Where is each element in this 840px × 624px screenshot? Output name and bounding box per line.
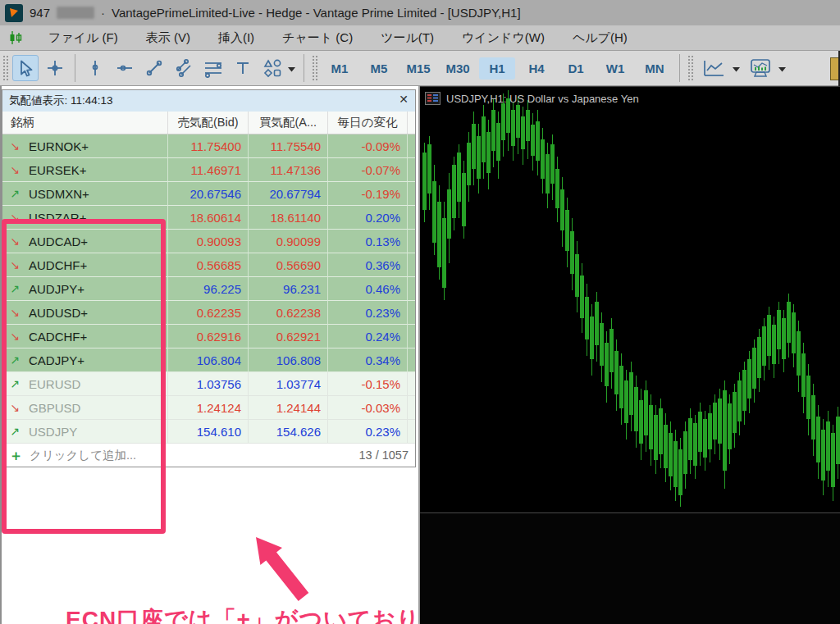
- timeframe-group: M1M5M15M30H1H4D1W1MN: [320, 57, 674, 80]
- daily-change-value: 0.36%: [328, 253, 408, 277]
- table-row[interactable]: ↗EURUSD 1.03756 1.03774 -0.15%: [2, 372, 415, 396]
- column-header[interactable]: 毎日の変化: [328, 112, 408, 134]
- column-header[interactable]: 売気配(Bid): [168, 112, 249, 134]
- trend-arrow-icon: ↗: [7, 187, 22, 200]
- timeframe-button-d1[interactable]: D1: [558, 57, 594, 80]
- close-icon[interactable]: ✕: [399, 93, 409, 106]
- symbol-name: EURUSD: [29, 377, 80, 391]
- menu-item[interactable]: チャート (C): [268, 27, 367, 48]
- daily-change-value: -0.09%: [328, 134, 408, 158]
- indicators-button[interactable]: [697, 55, 730, 81]
- symbol-name: CADJPY+: [29, 353, 84, 367]
- chart-sub-pane[interactable]: [420, 512, 840, 624]
- table-row[interactable]: ↗AUDJPY+ 96.225 96.231 0.46%: [2, 277, 415, 301]
- fibonacci-tool-button[interactable]: [200, 55, 226, 81]
- table-row[interactable]: ↗USDMXN+ 20.67546 20.67794 -0.19%: [2, 182, 415, 206]
- daily-change-value: -0.03%: [328, 396, 408, 420]
- column-header[interactable]: 買気配(A...: [249, 112, 328, 134]
- symbol-name: AUDCAD+: [29, 235, 88, 248]
- symbol-counter: 13 / 1057: [359, 449, 409, 462]
- symbol-name: AUDUSD+: [29, 306, 88, 320]
- daily-change-value: 0.34%: [328, 348, 408, 372]
- menu-item[interactable]: 挿入(I): [204, 27, 268, 48]
- menu-item[interactable]: ウインドウ(W): [448, 27, 559, 48]
- title-separator: ·: [101, 6, 105, 20]
- toolbar-separator: [679, 54, 680, 82]
- shapes-tool-button[interactable]: [259, 55, 285, 81]
- table-row[interactable]: ↗USDJPY 154.610 154.626 0.23%: [2, 420, 415, 444]
- row-filler: [408, 325, 415, 348]
- cursor-tool-button[interactable]: [12, 55, 39, 81]
- menu-item[interactable]: ファイル (F): [34, 27, 132, 48]
- daily-change-value: -0.19%: [328, 182, 408, 206]
- trend-arrow-icon: ↘: [7, 211, 22, 224]
- trendline-tool-button[interactable]: [141, 55, 167, 81]
- bid-value: 18.60614: [168, 206, 249, 230]
- timeframe-button-m15[interactable]: M15: [400, 57, 436, 80]
- row-filler: [408, 277, 415, 301]
- table-row[interactable]: ↘AUDUSD+ 0.62235 0.62238 0.23%: [2, 301, 415, 325]
- daily-change-value: 0.46%: [328, 277, 408, 301]
- table-row[interactable]: ↘USDZAR+ 18.60614 18.61140 0.20%: [2, 206, 415, 230]
- horizontal-line-tool-button[interactable]: [112, 55, 138, 81]
- timeframe-button-m5[interactable]: M5: [361, 57, 397, 80]
- template-dropdown-caret[interactable]: [778, 61, 786, 75]
- timeframe-button-w1[interactable]: W1: [597, 57, 633, 80]
- table-row[interactable]: ↘GBPUSD 1.24124 1.24144 -0.03%: [2, 396, 415, 420]
- clipped-toolbar-icon: [830, 57, 838, 80]
- crosshair-tool-button[interactable]: [42, 55, 68, 81]
- vertical-line-tool-button[interactable]: [82, 55, 108, 81]
- trend-arrow-icon: ↘: [7, 139, 22, 153]
- toolbar-grip[interactable]: [312, 55, 317, 81]
- ask-value: 18.61140: [249, 206, 328, 230]
- bid-value: 0.62235: [168, 301, 249, 325]
- ask-value: 0.62921: [249, 325, 328, 348]
- row-filler: [408, 420, 415, 444]
- trend-arrow-icon: ↗: [7, 377, 22, 390]
- market-watch-titlebar[interactable]: 気配値表示: 11:44:13 ✕: [2, 90, 415, 112]
- row-filler: [408, 396, 415, 420]
- timeframe-button-m30[interactable]: M30: [440, 57, 476, 80]
- add-symbol-icon[interactable]: ＋: [9, 446, 23, 465]
- timeframe-button-m1[interactable]: M1: [322, 57, 358, 80]
- table-row[interactable]: ↘EURSEK+ 11.46971 11.47136 -0.07%: [2, 158, 415, 182]
- symbol-name: USDMXN+: [29, 187, 89, 201]
- timeframe-button-h4[interactable]: H4: [518, 57, 555, 80]
- channel-tool-button[interactable]: [171, 55, 197, 81]
- market-watch-header: 銘柄売気配(Bid)買気配(A...毎日の変化: [2, 112, 415, 134]
- symbol-name: AUDJPY+: [29, 282, 84, 296]
- toolbar-separator: [75, 54, 75, 82]
- table-row[interactable]: ↘CADCHF+ 0.62916 0.62921 0.24%: [2, 325, 415, 348]
- chart-window[interactable]: USDJPY,H1: US Dollar vs Japanese Yen: [420, 86, 840, 624]
- window-titlebar[interactable]: 947 · VantagePrimeLimited-Live - Hedge -…: [0, 0, 840, 25]
- table-row[interactable]: ↘AUDCHF+ 0.56685 0.56690 0.36%: [2, 253, 415, 277]
- menu-item[interactable]: 表示 (V): [132, 27, 204, 48]
- add-symbol-label[interactable]: クリックして追加...: [30, 448, 136, 463]
- table-row[interactable]: ↘AUDCAD+ 0.90093 0.90099 0.13%: [2, 230, 415, 253]
- row-filler: [408, 134, 415, 158]
- trend-arrow-icon: ↘: [7, 330, 22, 343]
- table-row[interactable]: ↘EURNOK+ 11.75400 11.75540 -0.09%: [2, 134, 415, 158]
- chart-template-button[interactable]: [745, 55, 776, 81]
- table-row[interactable]: ↗CADJPY+ 106.804 106.808 0.34%: [2, 348, 415, 372]
- indicators-dropdown-caret[interactable]: [733, 61, 740, 75]
- text-tool-button[interactable]: [230, 55, 256, 81]
- menu-item[interactable]: ツール(T): [367, 27, 448, 48]
- menu-item[interactable]: ヘルプ(H): [559, 27, 641, 48]
- ask-value: 0.62238: [249, 301, 328, 325]
- bid-value: 11.75400: [168, 134, 249, 158]
- market-watch-panel: 気配値表示: 11:44:13 ✕ 銘柄売気配(Bid)買気配(A...毎日の変…: [2, 89, 416, 467]
- daily-change-value: 0.24%: [328, 325, 408, 348]
- toolbar-grip[interactable]: [2, 55, 8, 81]
- column-header[interactable]: 銘柄: [2, 112, 168, 134]
- ask-value: 0.56690: [249, 253, 328, 277]
- symbol-name: AUDCHF+: [29, 258, 87, 272]
- candles-svg[interactable]: [420, 87, 840, 512]
- chart-symbol-icon: [425, 92, 441, 105]
- toolbar-grip[interactable]: [687, 55, 693, 81]
- symbol-name: EURNOK+: [29, 139, 89, 153]
- timeframe-button-h1[interactable]: H1: [479, 57, 515, 80]
- shapes-dropdown-caret[interactable]: [288, 61, 295, 75]
- symbol-name: GBPUSD: [29, 401, 80, 415]
- timeframe-button-mn[interactable]: MN: [637, 57, 673, 80]
